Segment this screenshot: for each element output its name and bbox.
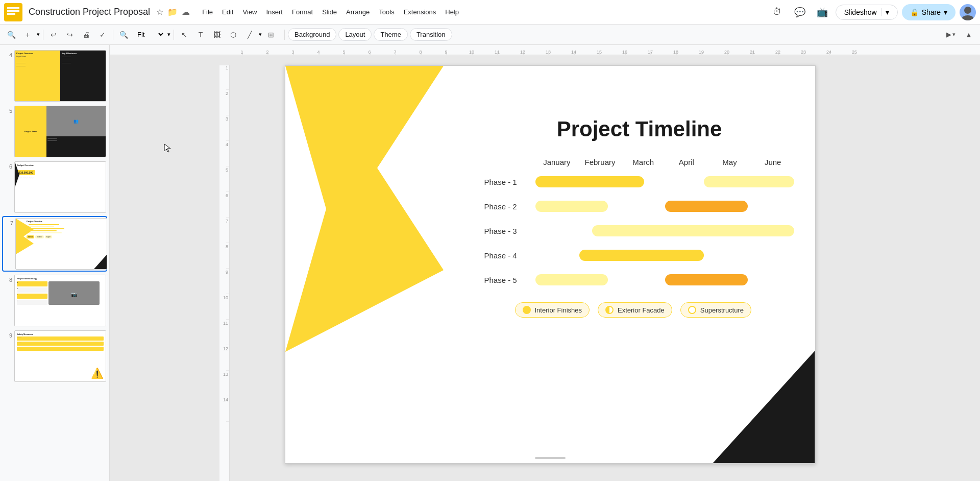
- phase-4-bars: [535, 248, 795, 262]
- slide-thumb-6: Budget Overview $10,000,000 $2,000,000 $…: [14, 161, 106, 213]
- slide-title: Project Timeline: [484, 117, 795, 141]
- menu-format[interactable]: Format: [288, 6, 317, 18]
- phase-4-bar-a: [579, 250, 704, 261]
- svg-point-5: [962, 15, 974, 20]
- slide-thumb-4: Project Overview Project Details —————— …: [14, 50, 106, 102]
- add-slide-btn[interactable]: +: [20, 28, 35, 42]
- phase-row-5: Phase - 5: [484, 273, 795, 287]
- slide-canvas[interactable]: Project Timeline January February March …: [285, 65, 816, 464]
- share-button[interactable]: 🔒 Share ▾: [902, 4, 955, 20]
- menu-tools[interactable]: Tools: [375, 6, 398, 18]
- scroll-indicator: [535, 457, 566, 459]
- legend-superstructure-dot: [688, 306, 696, 314]
- ruler-16: 16: [612, 50, 638, 55]
- svg-rect-0: [4, 3, 22, 21]
- image-tool[interactable]: 🖼: [210, 28, 224, 42]
- phase-5-bar-a: [535, 274, 608, 285]
- ruler-9: 9: [433, 50, 459, 55]
- legend-superstructure: Superstructure: [680, 302, 751, 318]
- slide-thumb-9: Safety Measures ———— ———— ———— ⚠️: [14, 330, 106, 382]
- play-button[interactable]: ▶ ▾: [942, 29, 960, 40]
- zoom-in-btn[interactable]: 🔍: [116, 28, 131, 42]
- slide-thumb-7: Project Timeline Interior Exterior Super: [15, 218, 107, 270]
- legend-container: Interior Finishes Exterior Facade Supers…: [515, 302, 795, 318]
- ruler-10: 10: [459, 50, 484, 55]
- svg-rect-1: [7, 7, 19, 9]
- ruler-14: 14: [561, 50, 586, 55]
- history-icon[interactable]: ⏱: [768, 3, 787, 21]
- share-label: Share: [922, 8, 941, 16]
- add-dropdown[interactable]: ▾: [37, 31, 40, 38]
- month-january: January: [535, 158, 579, 166]
- menu-insert[interactable]: Insert: [262, 6, 287, 18]
- phase-1-bar-a: [535, 176, 644, 187]
- comment-icon[interactable]: 💬: [791, 3, 809, 21]
- app-logo: [4, 3, 22, 21]
- undo-btn[interactable]: ↩: [46, 28, 61, 42]
- print-btn[interactable]: 🖨: [79, 28, 93, 42]
- phase-1-bar-b: [704, 176, 795, 187]
- table-tool[interactable]: ⊞: [264, 28, 278, 42]
- slide-item-6[interactable]: 6 Budget Overview $10,000,000 $2,000,000…: [2, 160, 107, 214]
- background-button[interactable]: Background: [288, 28, 336, 41]
- slideshow-dropdown-icon[interactable]: ▾: [881, 8, 889, 16]
- line-dropdown[interactable]: ▾: [259, 31, 262, 38]
- zoom-dropdown[interactable]: ▾: [167, 31, 170, 38]
- month-june: June: [751, 158, 795, 166]
- slideshow-label: Slideshow: [844, 8, 877, 16]
- cursor-tool[interactable]: ↖: [177, 28, 191, 42]
- phase-4-label: Phase - 4: [484, 251, 535, 260]
- present-icon[interactable]: 📺: [813, 3, 831, 21]
- menu-slide[interactable]: Slide: [318, 6, 341, 18]
- legend-exterior-dot: [605, 306, 614, 314]
- slide-item-9[interactable]: 9 Safety Measures ———— ———— ———— ⚠️: [2, 329, 107, 383]
- phase-row-2: Phase - 2: [484, 199, 795, 213]
- ruler-24: 24: [816, 50, 842, 55]
- menu-extensions[interactable]: Extensions: [400, 6, 440, 18]
- slide-panel: 4 Project Overview Project Details —————…: [0, 45, 110, 481]
- spellcheck-btn[interactable]: ✓: [95, 28, 110, 42]
- menu-items: File Edit View Insert Format Slide Arran…: [198, 6, 463, 18]
- menu-arrange[interactable]: Arrange: [342, 6, 374, 18]
- legend-exterior-label: Exterior Facade: [618, 306, 665, 314]
- redo-btn[interactable]: ↪: [63, 28, 77, 42]
- phase-3-bar-a: [592, 225, 794, 236]
- menu-edit[interactable]: Edit: [218, 6, 237, 18]
- menu-file[interactable]: File: [198, 6, 217, 18]
- menu-help[interactable]: Help: [441, 6, 463, 18]
- legend-superstructure-label: Superstructure: [700, 306, 744, 314]
- zoom-select[interactable]: Fit 50% 75% 100%: [133, 29, 165, 40]
- slide-item-7[interactable]: 7 Project Timeline Int: [2, 216, 107, 272]
- phase-3-bars: [535, 224, 795, 238]
- legend-interior-dot: [523, 306, 531, 314]
- user-avatar[interactable]: [960, 4, 976, 20]
- cloud-icon[interactable]: ☁: [182, 7, 190, 17]
- menu-view[interactable]: View: [238, 6, 261, 18]
- theme-button[interactable]: Theme: [374, 28, 407, 41]
- layout-button[interactable]: Layout: [338, 28, 372, 41]
- slide-thumb-5: Project Team 👥 —————— ——————: [14, 106, 106, 157]
- phase-1-label: Phase - 1: [484, 178, 535, 186]
- slide-item-5[interactable]: 5 Project Team 👥 —————— ——————: [2, 105, 107, 158]
- phase-3-label: Phase - 3: [484, 227, 535, 235]
- lock-icon: 🔒: [910, 8, 919, 16]
- text-tool[interactable]: T: [193, 28, 208, 42]
- star-icon[interactable]: ☆: [156, 7, 163, 17]
- timeline-container: January February March April May June Ph…: [484, 158, 795, 432]
- search-btn[interactable]: 🔍: [4, 28, 18, 42]
- transition-button[interactable]: Transition: [410, 28, 452, 41]
- yellow-arrow-decoration: [285, 66, 444, 352]
- folder-icon[interactable]: 📁: [167, 7, 178, 17]
- share-dropdown-icon: ▾: [944, 8, 947, 16]
- line-tool[interactable]: ╱: [242, 28, 257, 42]
- slideshow-button[interactable]: Slideshow ▾: [836, 5, 898, 20]
- slide-item-4[interactable]: 4 Project Overview Project Details —————…: [2, 49, 107, 103]
- canvas-area: 1 2 3 4 5 6 7 8 9 10 11 12 13 14: [110, 55, 980, 481]
- shape-tool[interactable]: ⬡: [226, 28, 240, 42]
- slide-num-9: 9: [3, 332, 12, 339]
- slide-item-8[interactable]: 8 Project Methodology ■ ■ ■ ■: [2, 274, 107, 327]
- svg-point-4: [964, 7, 971, 14]
- ruler-20: 20: [714, 50, 740, 55]
- month-may: May: [708, 158, 751, 166]
- collapse-toolbar-btn[interactable]: ▲: [962, 28, 976, 42]
